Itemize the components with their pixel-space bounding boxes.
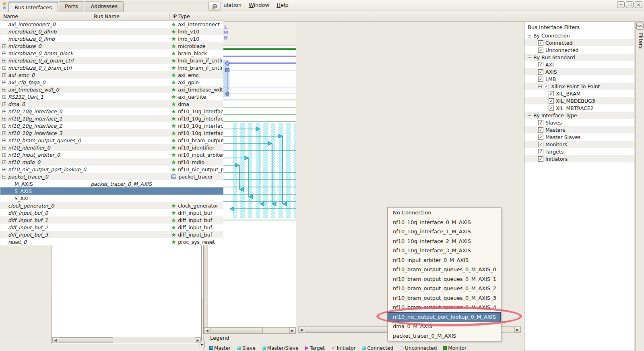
bus-row-busname-cell[interactable]: [91, 209, 169, 216]
column-header-name[interactable]: Name: [3, 13, 18, 19]
checkbox-unconnected[interactable]: ✓: [538, 48, 543, 53]
filter-row-initiators[interactable]: ✓Initiators: [524, 155, 634, 162]
bus-row-nf10-bram-output-queues-0[interactable]: +nf10_bram_output_queues_0★nf10_bram_out…: [0, 137, 223, 144]
bus-row-busname-cell[interactable]: [91, 137, 169, 144]
tree-expander-icon[interactable]: +: [2, 95, 6, 99]
bus-row-busname-cell[interactable]: [91, 108, 169, 115]
checkbox-connected[interactable]: ✓: [538, 40, 543, 46]
scroll-left-icon[interactable]: ◀: [204, 328, 210, 333]
scroll-left-icon[interactable]: ◀: [298, 327, 304, 332]
bus-row-busname-cell[interactable]: [91, 100, 169, 108]
filter-row-by-interface-type[interactable]: −By Interface Type: [524, 112, 634, 119]
filter-row-xilinx-point-to-point[interactable]: −✓Xilinx Point To Point: [524, 83, 634, 90]
filter-row-xil-mbdebug3[interactable]: ✓XIL_MBDEBUG3: [524, 97, 634, 104]
bus-row-busname-cell[interactable]: [91, 187, 169, 195]
checkbox-xil-bram[interactable]: ✓: [549, 91, 554, 96]
bus-row-s-axi[interactable]: S_AXI: [0, 195, 223, 202]
scroll-right-icon[interactable]: ▶: [289, 328, 295, 333]
bus-row-busname-cell[interactable]: [91, 79, 169, 86]
tree-expander-icon[interactable]: +: [2, 81, 6, 84]
scrollbar-thumb[interactable]: [59, 337, 113, 343]
bus-row-diff-input-buf-3[interactable]: diff_input_buf_3★diff_input_buf: [0, 231, 223, 238]
tree-expander-icon[interactable]: +: [2, 160, 6, 164]
bus-row-reset-0[interactable]: reset_0★proc_sys_reset: [0, 238, 223, 245]
filter-row-unconnected[interactable]: ✓Unconnected: [524, 46, 634, 54]
bus-row-busname-cell[interactable]: [91, 35, 169, 42]
dropdown-item-packet-tracer-0-m-axis[interactable]: packet_tracer_0_M_AXIS: [388, 331, 501, 341]
filter-row-xil-bram[interactable]: ✓XIL_BRAM: [524, 90, 634, 97]
minimize-button[interactable]: −: [617, 1, 625, 8]
ip-catalog-hscrollbar[interactable]: ◀ ▶: [52, 337, 201, 343]
filter-row-axi[interactable]: ✓AXI: [524, 61, 634, 68]
scroll-left-icon[interactable]: ◀: [52, 337, 58, 343]
bus-row-busname-cell[interactable]: [91, 224, 169, 231]
checkbox-lmb[interactable]: ✓: [538, 77, 543, 82]
tree-expander-icon[interactable]: +: [2, 44, 6, 48]
bus-row-nf10-input-arbiter-0[interactable]: +nf10_input_arbiter_0★nf10_input_arbiter: [0, 151, 223, 158]
bus-row-axi-interconnect-0[interactable]: axi_interconnect_0★axi_interconnect: [0, 21, 223, 28]
bus-row-busname-cell[interactable]: [91, 115, 169, 122]
dropdown-item-nf10-bram-output-queues-0-m-axis-4[interactable]: nf10_bram_output_queues_0_M_AXIS_4: [388, 303, 501, 312]
filter-row-lmb[interactable]: ✓LMB: [524, 75, 634, 83]
tree-expander-icon[interactable]: −: [538, 85, 542, 88]
bus-row-nf10-10g-interface-3[interactable]: +nf10_10g_interface_3★nf10_10g_interface: [0, 129, 223, 137]
bus-row-microblaze-0-i-bram-ctrl[interactable]: +microblaze_0_i_bram_ctrl★lmb_bram_if_cn…: [0, 64, 223, 71]
filters-side-tab[interactable]: Filters: [636, 33, 644, 49]
bus-row-m-axis[interactable]: M_AXISpacket_tracer_0_M_AXIS: [0, 180, 223, 187]
bus-row-busname-cell[interactable]: [91, 93, 169, 100]
bus-row-axi-emc-0[interactable]: +axi_emc_0★axi_emc: [0, 71, 223, 79]
tree-expander-icon[interactable]: −: [2, 175, 6, 179]
bus-row-axi-timebase-wdt-0[interactable]: +axi_timebase_wdt_0★axi_timebase_wdt: [0, 86, 223, 93]
bus-row-busname-cell[interactable]: [91, 166, 169, 173]
bus-row-busname-cell[interactable]: [91, 238, 169, 245]
bus-row-nf10-mdio-0[interactable]: +nf10_mdio_0★nf10_mdio: [0, 158, 223, 166]
tree-expander-icon[interactable]: −: [528, 56, 531, 59]
tree-expander-icon[interactable]: +: [2, 88, 6, 91]
checkbox-xilinx-point-to-point[interactable]: ✓: [544, 84, 549, 89]
filter-row-monitors[interactable]: ✓Monitors: [524, 141, 634, 148]
filter-row-xil-mbtrace2[interactable]: ✓XIL_MBTRACE2: [524, 104, 634, 112]
tab-bus-interfaces[interactable]: Bus Interfaces: [8, 2, 58, 12]
filter-row-slaves[interactable]: ✓Slaves: [524, 119, 634, 126]
checkbox-master-slaves[interactable]: ✓: [538, 135, 543, 140]
checkbox-targets[interactable]: ✓: [538, 149, 543, 154]
bus-row-s-axis[interactable]: S_AXIS: [0, 187, 223, 195]
bus-row-busname-cell[interactable]: [91, 86, 169, 93]
bus-row-diff-input-buf-0[interactable]: diff_input_buf_0★diff_input_buf: [0, 209, 223, 216]
bus-row-nf10-nic-output-port-lookup-0[interactable]: +nf10_nic_output_port_lookup_0★nf10_nic_…: [0, 166, 223, 173]
bus-row-busname-cell[interactable]: packet_tracer_0_M_AXIS: [91, 180, 169, 187]
checkbox-axis[interactable]: ✓: [538, 69, 543, 75]
dropdown-item-no-connection[interactable]: No Connection: [388, 208, 501, 218]
bus-row-busname-cell[interactable]: [91, 151, 169, 158]
filter-row-masters[interactable]: ✓Masters: [524, 126, 634, 133]
tree-expander-icon[interactable]: +: [2, 153, 6, 157]
bus-row-busname-cell[interactable]: [91, 129, 169, 137]
bus-row-busname-cell[interactable]: [91, 50, 169, 57]
dropdown-item-nf10-nic-output-port-lookup-0-m-axis[interactable]: nf10_nic_output_port_lookup_0_M_AXIS: [388, 312, 501, 322]
scroll-right-icon[interactable]: ▶: [514, 327, 520, 332]
checkbox-xil-mbdebug3[interactable]: ✓: [549, 98, 554, 104]
bus-row-packet-tracer-0[interactable]: −packet_tracer_0packet_tracer: [0, 173, 223, 180]
restore-button[interactable]: ❐: [626, 1, 634, 8]
bus-row-busname-cell[interactable]: [91, 195, 169, 202]
column-header-ip-type[interactable]: IP Type: [169, 13, 190, 20]
bus-row-busname-cell[interactable]: [91, 28, 169, 35]
checkbox-initiators[interactable]: ✓: [538, 156, 543, 162]
tree-expander-icon[interactable]: +: [2, 66, 6, 70]
checkbox-axi[interactable]: ✓: [538, 62, 543, 67]
bus-row-nf10-10g-interface-0[interactable]: +nf10_10g_interface_0★nf10_10g_interface: [0, 108, 223, 115]
bus-row-busname-cell[interactable]: [91, 144, 169, 151]
filter-row-axis[interactable]: ✓AXIS: [524, 68, 634, 75]
filter-row-targets[interactable]: ✓Targets: [524, 148, 634, 155]
tab-ports[interactable]: Ports: [59, 1, 84, 12]
checkbox-masters[interactable]: ✓: [538, 127, 543, 133]
filter-row-by-connection[interactable]: −By Connection: [524, 32, 634, 39]
bus-row-busname-cell[interactable]: [91, 158, 169, 166]
tree-expander-icon[interactable]: +: [2, 139, 6, 142]
bus-row-busname-cell[interactable]: [91, 173, 169, 180]
dropdown-item-nf10-10g-interface-2-m-axis[interactable]: nf10_10g_interface_2_M_AXIS: [388, 237, 501, 246]
bus-row-busname-cell[interactable]: [91, 64, 169, 71]
dropdown-item-dma-0-m-axis[interactable]: dma_0_M_AXIS: [388, 322, 501, 331]
bus-row-busname-cell[interactable]: [91, 202, 169, 209]
bus-row-busname-cell[interactable]: [91, 21, 169, 28]
